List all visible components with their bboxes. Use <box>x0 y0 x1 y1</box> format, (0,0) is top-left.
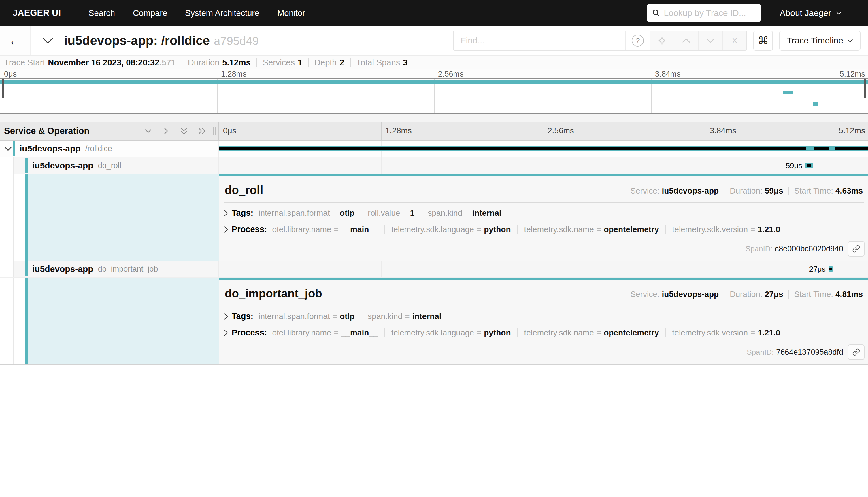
indent-gutter <box>0 157 13 174</box>
find-clear-button[interactable]: X <box>722 31 746 50</box>
find-prev-button[interactable] <box>674 31 698 50</box>
view-selector-button[interactable]: Trace Timeline <box>779 30 860 51</box>
divider <box>350 58 351 67</box>
span-id-row: SpanID: 7664e137095a8dfd <box>223 339 865 364</box>
span-detail-title: do_important_job <box>225 287 322 300</box>
copy-link-button[interactable] <box>848 344 865 360</box>
tags-kv-list: internal.span.format=otlproll.value=1spa… <box>259 209 501 218</box>
tags-toggle[interactable]: Tags: <box>224 312 259 321</box>
tags-toggle[interactable]: Tags: <box>224 208 259 218</box>
trace-minimap[interactable] <box>0 78 868 114</box>
trace-start-fraction: .571 <box>160 58 176 67</box>
tick-label: 2.56ms <box>438 70 464 79</box>
nav-item-search[interactable]: Search <box>88 8 115 18</box>
span-detail-panel: do_roll Service: iu5devops-app Duration:… <box>219 174 868 260</box>
span-row-label-do-important-job[interactable]: iu5devops-app do_important_job <box>0 260 219 277</box>
span-row-do-important-job: iu5devops-app do_important_job 27μs <box>0 260 868 278</box>
tick-label: 1.28ms <box>221 70 247 79</box>
trace-start-label: Trace Start <box>4 58 45 67</box>
nav-item-system-architecture[interactable]: System Architecture <box>185 8 259 18</box>
nav-item-compare[interactable]: Compare <box>133 8 167 18</box>
chevron-right-icon <box>224 329 228 336</box>
span-row-label-do-roll[interactable]: iu5devops-app do_roll <box>0 157 219 174</box>
chevron-down-icon <box>706 36 715 45</box>
gridline <box>651 79 651 113</box>
nav-brand[interactable]: JAEGER UI <box>13 8 61 18</box>
tags-row: Tags: internal.span.format=otlpspan.kind… <box>223 307 865 323</box>
service-name: iu5devops-app <box>32 264 93 274</box>
kv-pair: internal.span.format=otlp <box>259 209 355 218</box>
expand-one-icon[interactable] <box>162 127 170 135</box>
service-value: iu5devops-app <box>662 186 719 196</box>
trace-summary-bar: Trace Start November 16 2023, 08:20:32 .… <box>0 55 868 69</box>
divider <box>788 290 789 299</box>
trace-title-text: iu5devops-app: /rolldice <box>64 33 210 47</box>
start-time-value: 4.81ms <box>836 290 863 299</box>
kv-pair: otel.library.name=__main__ <box>272 225 378 234</box>
column-resizer-grip[interactable] <box>213 127 216 135</box>
about-jaeger-menu[interactable]: About Jaeger <box>780 8 842 18</box>
gridline <box>381 260 382 277</box>
focus-span-button[interactable] <box>650 31 674 50</box>
minimap-left-drag-handle[interactable] <box>2 79 4 98</box>
process-toggle[interactable]: Process: <box>224 225 272 234</box>
minimap-span-bar-rolldice <box>0 80 868 84</box>
span-id-value: 7664e137095a8dfd <box>776 348 843 357</box>
crosshair-diamond-icon <box>658 36 666 45</box>
indent-guide <box>13 260 14 277</box>
find-group: ? X <box>453 30 747 51</box>
collapse-all-icon[interactable] <box>180 127 188 135</box>
page-title: iu5devops-app: /rolldicea795d49 <box>64 33 259 48</box>
gridline <box>381 157 382 174</box>
span-detail-title: do_roll <box>225 184 263 197</box>
span-row-timeline-do-important-job[interactable]: 27μs <box>219 260 868 277</box>
keyboard-shortcuts-button[interactable]: ⌘ <box>753 30 773 51</box>
trace-header-controls: ? X ⌘ Trace Timeline <box>453 30 860 51</box>
process-row: Process: otel.library.name=__main__telem… <box>223 219 865 236</box>
trace-page-header: ← iu5devops-app: /rolldicea795d49 ? X ⌘ <box>0 26 868 55</box>
divider <box>724 187 725 195</box>
divider <box>181 58 182 67</box>
span-detail-header: do_roll Service: iu5devops-app Duration:… <box>223 176 865 202</box>
back-button[interactable]: ← <box>0 26 30 55</box>
minimap-right-drag-handle[interactable] <box>864 79 866 98</box>
chevron-down-icon <box>836 11 842 15</box>
collapse-trace-header-button[interactable] <box>42 37 54 44</box>
critical-path-segment <box>807 165 811 167</box>
tick-label: 3.84ms <box>655 70 681 79</box>
indent-guide <box>13 157 14 174</box>
depth-value: 2 <box>340 58 344 67</box>
tags-label: Tags: <box>232 312 253 321</box>
span-row-timeline-rolldice[interactable] <box>219 141 868 157</box>
kv-pair: telemetry.sdk.language=python <box>384 225 511 234</box>
find-help-button[interactable]: ? <box>625 31 650 50</box>
nav-item-monitor[interactable]: Monitor <box>277 8 305 18</box>
divider <box>257 58 257 67</box>
service-label: Service: <box>630 290 659 299</box>
divider <box>724 290 725 299</box>
critical-path-segment <box>814 147 829 150</box>
span-row-timeline-do-roll[interactable]: 59μs <box>219 157 868 174</box>
operation-name: do_roll <box>98 161 121 170</box>
span-row-rolldice: iu5devops-app /rolldice <box>0 141 868 157</box>
expand-all-icon[interactable] <box>197 127 206 135</box>
service-color-bar <box>25 158 28 173</box>
span-detail-meta: Service: iu5devops-app Duration: 27μs St… <box>630 290 863 300</box>
find-input[interactable] <box>454 31 625 50</box>
critical-path-segment <box>835 147 868 150</box>
span-row-label-rolldice[interactable]: iu5devops-app /rolldice <box>0 141 219 157</box>
collapse-one-icon[interactable] <box>144 127 152 135</box>
services-label: Services <box>263 58 295 67</box>
kv-pair: telemetry.sdk.version=1.21.0 <box>665 328 781 338</box>
span-id-label: SpanID: <box>747 348 774 357</box>
chevron-down-icon[interactable] <box>4 146 12 151</box>
kv-pair: span.kind=internal <box>361 312 441 321</box>
timeline-header: 0μs 1.28ms 2.56ms 3.84ms 5.12ms <box>219 122 868 140</box>
link-icon <box>852 348 860 356</box>
copy-link-button[interactable] <box>848 241 865 257</box>
tick-label: 3.84ms <box>710 126 736 135</box>
trace-id-lookup-input[interactable] <box>664 8 756 18</box>
find-next-button[interactable] <box>698 31 722 50</box>
process-toggle[interactable]: Process: <box>224 328 272 338</box>
duration-value: 27μs <box>765 290 783 299</box>
